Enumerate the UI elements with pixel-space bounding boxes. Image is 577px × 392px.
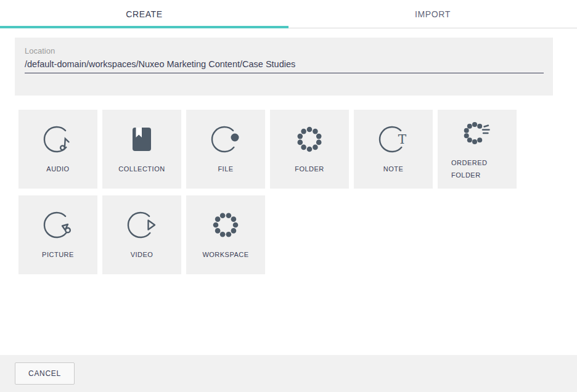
doc-type-label: COLLECTION	[118, 163, 165, 175]
location-label: Location	[25, 46, 544, 55]
doc-type-grid: AUDIO COLLECTION FILE FOLDER T NOTE	[18, 110, 517, 274]
doc-type-label: FOLDER	[295, 163, 324, 175]
picture-icon	[43, 210, 73, 240]
workspace-icon	[210, 210, 241, 240]
doc-type-label: NOTE	[383, 163, 404, 175]
note-icon: T	[378, 124, 409, 155]
doc-type-label: FILE	[218, 163, 233, 175]
cancel-button[interactable]: CANCEL	[15, 362, 75, 385]
tile-video[interactable]: VIDEO	[102, 195, 181, 274]
doc-type-label: AUDIO	[46, 163, 69, 175]
tile-picture[interactable]: PICTURE	[18, 195, 97, 274]
location-section: Location	[15, 38, 553, 96]
tile-folder[interactable]: FOLDER	[270, 110, 349, 189]
doc-type-label: PICTURE	[42, 248, 74, 261]
tile-ordered-folder[interactable]: ORDERED FOLDER	[438, 110, 517, 189]
file-icon	[210, 124, 241, 155]
tile-note[interactable]: T NOTE	[354, 110, 433, 189]
collection-icon	[126, 124, 157, 155]
svg-text:T: T	[398, 131, 407, 146]
dialog-tabbar: CREATE IMPORT	[0, 0, 577, 28]
doc-type-label: WORKSPACE	[202, 248, 248, 261]
video-icon	[126, 210, 157, 240]
footer-bar: CANCEL	[0, 355, 577, 392]
tile-file[interactable]: FILE	[186, 110, 265, 189]
tile-workspace[interactable]: WORKSPACE	[186, 195, 265, 274]
tab-create[interactable]: CREATE	[0, 0, 288, 28]
doc-type-label: ORDERED FOLDER	[451, 157, 503, 181]
ordered-folder-icon	[462, 118, 493, 149]
tab-import[interactable]: IMPORT	[288, 0, 577, 28]
audio-icon	[43, 124, 73, 155]
tile-audio[interactable]: AUDIO	[18, 110, 97, 189]
folder-icon	[294, 124, 325, 155]
location-path-input[interactable]	[25, 58, 544, 73]
tile-collection[interactable]: COLLECTION	[102, 110, 181, 189]
doc-type-label: VIDEO	[131, 248, 153, 261]
